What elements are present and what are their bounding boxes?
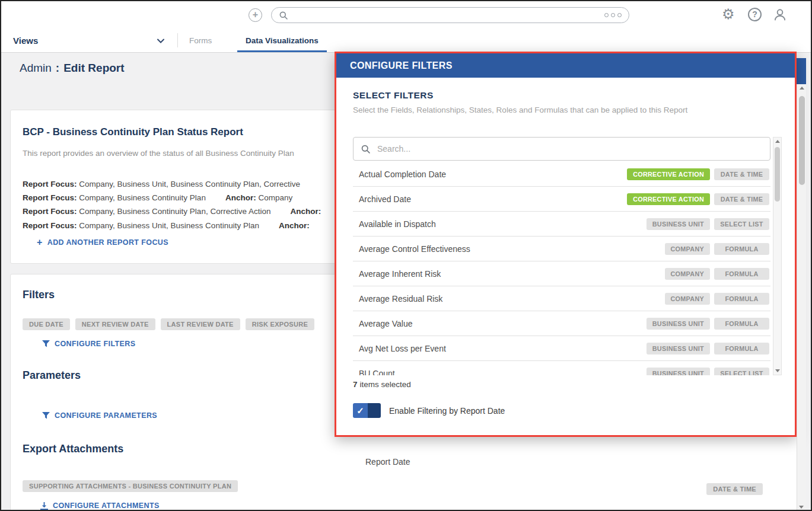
add-report-focus-button[interactable]: + ADD ANOTHER REPORT FOCUS xyxy=(37,238,168,247)
scrollbar-thumb[interactable] xyxy=(799,96,805,185)
report-date-toggle-row: ✓ Enable Filtering by Report Date xyxy=(353,403,782,418)
filter-row[interactable]: Average Control EffectivenessCOMPANYFORM… xyxy=(353,237,770,261)
filter-tag: SELECT LIST xyxy=(714,218,769,230)
selected-count-label: items selected xyxy=(360,380,411,389)
selected-count: 7 xyxy=(353,380,358,389)
views-dropdown[interactable]: Views xyxy=(13,28,38,52)
filter-tag: BUSINESS UNIT xyxy=(647,343,710,354)
report-focus-value: Company, Business Continuity Plan, Corre… xyxy=(79,207,270,216)
page-scrollbar[interactable] xyxy=(797,84,806,511)
global-search-input[interactable] xyxy=(293,10,600,20)
report-focus-label: Report Focus: xyxy=(23,193,77,202)
configure-parameters-button[interactable]: CONFIGURE PARAMETERS xyxy=(42,411,157,420)
filter-row-label: Avg Net Loss per Event xyxy=(359,344,446,353)
filter-row-list: Actual Completion DateCORRECTIVE ACTIOND… xyxy=(353,162,770,375)
filter-row[interactable]: Archived DateCORRECTIVE ACTIONDATE & TIM… xyxy=(353,187,770,212)
select-filters-subtitle: Select the Fields, Relationships, States… xyxy=(353,106,782,114)
search-icon xyxy=(361,144,371,154)
report-focus-value: Company, Business Unit, Business Continu… xyxy=(79,180,300,189)
tag-pill: NEXT REVIEW DATE xyxy=(75,318,155,330)
tag-pill: DUE DATE xyxy=(23,318,70,330)
scroll-down-icon[interactable] xyxy=(775,369,780,372)
plus-icon: + xyxy=(37,239,43,246)
configure-attachments-button[interactable]: CONFIGURE ATTACHMENTS xyxy=(40,502,160,510)
modal-header-peek xyxy=(795,58,806,84)
views-label: Views xyxy=(13,36,38,46)
report-date-panel: Report Date DATE & TIME xyxy=(336,436,797,511)
filter-tag: BUSINESS UNIT xyxy=(647,368,710,376)
more-options-icon[interactable] xyxy=(604,13,622,17)
global-search[interactable] xyxy=(271,7,629,23)
filter-search[interactable] xyxy=(353,137,770,161)
filter-row-tags: COMPANYFORMULA xyxy=(665,243,770,255)
filter-row-tags: CORRECTIVE ACTIONDATE & TIME xyxy=(627,193,769,205)
report-date-toggle-label: Enable Filtering by Report Date xyxy=(389,406,505,416)
filter-list-container: Actual Completion DateCORRECTIVE ACTIOND… xyxy=(353,137,782,375)
filter-row[interactable]: Avg Net Loss per EventBUSINESS UNITFORMU… xyxy=(353,336,770,361)
filter-row-label: Archived Date xyxy=(359,194,411,204)
filter-row[interactable]: Average Residual RiskCOMPANYFORMULA xyxy=(353,286,770,311)
filter-tag: FORMULA xyxy=(714,243,769,255)
nav-divider xyxy=(177,33,178,47)
filter-row-label: Available in Dispatch xyxy=(359,219,436,229)
report-focus-value: Company, Business Unit, Business Continu… xyxy=(79,221,259,230)
add-icon[interactable]: + xyxy=(249,8,262,22)
filter-tag: CORRECTIVE ACTION xyxy=(627,193,710,205)
filter-tag: DATE & TIME xyxy=(714,193,769,205)
filter-tag: CORRECTIVE ACTION xyxy=(627,168,710,180)
filter-row-label: BU Count xyxy=(359,369,395,376)
filter-row-label: Average Residual Risk xyxy=(359,294,442,304)
filter-tag: FORMULA xyxy=(714,318,769,330)
filter-row-tags: BUSINESS UNITSELECT LIST xyxy=(647,368,769,376)
report-date-checkbox[interactable]: ✓ xyxy=(353,403,381,418)
topbar: + ⚙ ? xyxy=(1,1,811,28)
select-filters-heading: SELECT FILTERS xyxy=(353,90,782,101)
filter-tag: FORMULA xyxy=(714,343,769,354)
filter-row-label: Average Control Effectiveness xyxy=(359,244,470,254)
date-time-tag: DATE & TIME xyxy=(706,483,763,495)
filter-row-tags: BUSINESS UNITFORMULA xyxy=(647,343,769,354)
filter-row-tags: CORRECTIVE ACTIONDATE & TIME xyxy=(627,168,769,180)
page-title: Admin:Edit Report xyxy=(20,62,125,75)
filter-row[interactable]: Available in DispatchBUSINESS UNITSELECT… xyxy=(353,212,770,237)
filter-row[interactable]: Average Inherent RiskCOMPANYFORMULA xyxy=(353,261,770,286)
filter-row-label: Actual Completion Date xyxy=(359,170,446,179)
anchor-label: Anchor: xyxy=(279,221,310,230)
tag-pill: LAST REVIEW DATE xyxy=(161,318,240,330)
filter-row[interactable]: Actual Completion DateCORRECTIVE ACTIOND… xyxy=(353,162,770,187)
filter-row-label: Average Inherent Risk xyxy=(359,269,441,279)
filter-row[interactable]: Average ValueBUSINESS UNITFORMULA xyxy=(353,311,770,336)
filter-tag: DATE & TIME xyxy=(714,168,769,180)
filter-search-input[interactable] xyxy=(376,143,763,154)
scrollbar-thumb[interactable] xyxy=(775,147,780,202)
filter-tag: FORMULA xyxy=(714,293,769,305)
help-icon[interactable]: ? xyxy=(748,8,762,21)
user-icon[interactable] xyxy=(772,7,788,23)
scroll-up-icon[interactable] xyxy=(800,87,804,90)
configure-filters-button[interactable]: CONFIGURE FILTERS xyxy=(42,340,135,348)
filter-tag: SELECT LIST xyxy=(714,368,769,376)
app-window: + ⚙ ? Views Forms Data Visualizations xyxy=(0,0,812,511)
filter-row-tags: BUSINESS UNITFORMULA xyxy=(647,318,769,330)
tab-data-visualizations[interactable]: Data Visualizations xyxy=(237,28,327,52)
checkbox-fill xyxy=(368,403,381,418)
modal-scrollbar[interactable] xyxy=(773,137,782,375)
download-icon xyxy=(40,502,48,510)
settings-icon[interactable]: ⚙ xyxy=(722,7,735,22)
anchor-value: Company xyxy=(258,193,292,202)
scroll-down-icon[interactable] xyxy=(799,506,804,509)
anchor-label: Anchor: xyxy=(225,193,256,202)
scroll-up-icon[interactable] xyxy=(775,140,780,143)
report-focus-value: Company, Business Continuity Plan xyxy=(79,193,206,202)
filter-row-tags: BUSINESS UNITSELECT LIST xyxy=(647,218,769,230)
search-icon xyxy=(279,11,288,20)
tab-forms[interactable]: Forms xyxy=(181,28,220,52)
filter-tag: BUSINESS UNIT xyxy=(647,218,710,230)
filter-tag: BUSINESS UNIT xyxy=(647,318,710,330)
filter-funnel-icon xyxy=(42,340,50,347)
filter-funnel-icon xyxy=(42,412,50,419)
report-focus-label: Report Focus: xyxy=(23,207,77,216)
filter-row[interactable]: BU CountBUSINESS UNITSELECT LIST xyxy=(353,361,770,375)
tag-pill: RISK EXPOSURE xyxy=(246,318,314,330)
report-focus-label: Report Focus: xyxy=(23,180,77,189)
